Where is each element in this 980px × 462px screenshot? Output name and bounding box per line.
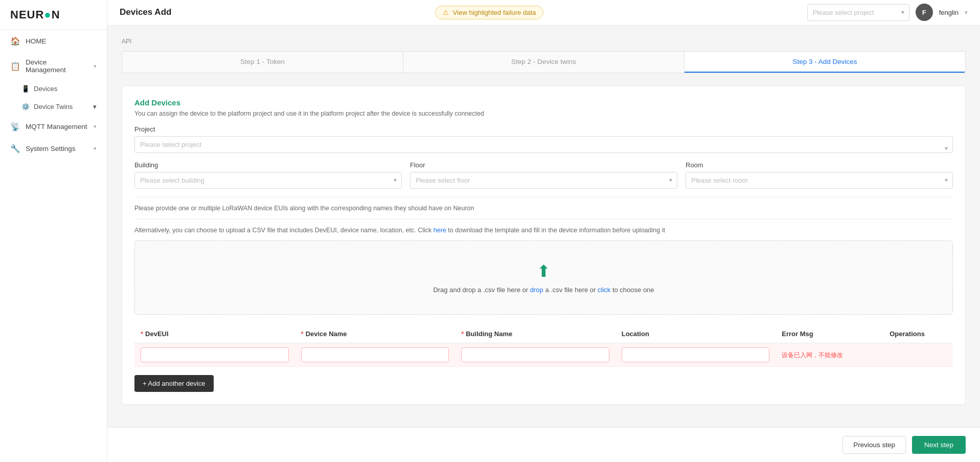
- building-name-input[interactable]: test building: [461, 347, 609, 362]
- room-field: Room Please select room: [686, 161, 953, 189]
- location-fields: Building Please select building Floor Pl…: [134, 161, 953, 189]
- building-label: Building: [134, 161, 402, 169]
- cell-dev-eui: test devEUI: [134, 343, 295, 367]
- cell-operations: [883, 343, 953, 367]
- upload-zone[interactable]: ⬆ Drag and drop a .csv file here or drop…: [134, 240, 953, 315]
- floor-label: Floor: [410, 161, 677, 169]
- col-error-msg: Error Msg: [776, 325, 883, 343]
- building-select[interactable]: Please select building: [134, 172, 402, 189]
- info-text-1: Please provide one or multiple LoRaWAN d…: [134, 204, 953, 213]
- csv-template-link[interactable]: here: [434, 227, 446, 234]
- floor-select-wrapper[interactable]: Please select floor: [410, 172, 677, 189]
- sidebar-item-device-twins-label: Device Twins: [34, 103, 73, 111]
- project-select[interactable]: Please select project: [807, 4, 909, 21]
- info-text-2-after: to download the template and fill in the…: [448, 227, 665, 234]
- sidebar-item-device-management[interactable]: 📋 Device Management ▾: [0, 52, 107, 80]
- avatar: F: [916, 4, 933, 21]
- mqtt-chevron-icon: ▾: [94, 123, 97, 130]
- upload-text-mid: a .csv file here or: [545, 286, 598, 294]
- step-tabs: Step 1 - Token Step 2 - Device twins Ste…: [122, 51, 966, 73]
- sidebar-item-devices-label: Devices: [34, 85, 57, 93]
- upload-icon: ⬆: [145, 261, 942, 281]
- room-select-wrapper[interactable]: Please select room: [686, 172, 953, 189]
- device-twins-chevron-icon: ▾: [93, 103, 97, 111]
- sidebar: NEUR●N 🏠 HOME 📋 Device Management ▾ 📱 De…: [0, 0, 107, 462]
- table-row: test devEUI device name1 test building l…: [134, 343, 953, 367]
- divider-1: [134, 197, 953, 197]
- sidebar-item-system-settings-label: System Settings: [26, 145, 76, 152]
- upload-click-link[interactable]: click: [598, 286, 610, 294]
- upload-text-before: Drag and drop a .csv file here or: [433, 286, 528, 294]
- device-name-input[interactable]: device name1: [301, 347, 449, 362]
- table-header-row: *DevEUI *Device Name *Building Name Loca…: [134, 325, 953, 343]
- cell-device-name: device name1: [295, 343, 455, 367]
- info-text-2: Alternatively, you can choose to upload …: [134, 226, 953, 235]
- location-input[interactable]: location: [622, 347, 770, 362]
- building-select-wrapper[interactable]: Please select building: [134, 172, 402, 189]
- topbar: Devices Add ⚠ View highlighted failure d…: [107, 0, 980, 26]
- device-twins-icon: ⚙️: [21, 103, 30, 111]
- divider-2: [134, 219, 953, 219]
- upload-text: Drag and drop a .csv file here or drop a…: [145, 286, 942, 294]
- project-selector-wrapper[interactable]: Please select project: [807, 4, 909, 21]
- required-star-2: *: [301, 330, 304, 338]
- user-name: fenglin: [939, 9, 959, 16]
- mqtt-icon: 📡: [10, 122, 20, 131]
- cell-error-msg: 设备已入网，不能修改: [776, 343, 883, 367]
- devices-icon: 📱: [21, 85, 30, 93]
- main-content: Devices Add ⚠ View highlighted failure d…: [107, 0, 980, 462]
- logo: NEUR●N: [0, 0, 107, 30]
- sidebar-item-device-management-label: Device Management: [26, 58, 88, 74]
- building-field: Building Please select building: [134, 161, 402, 189]
- dev-eui-input[interactable]: test devEUI: [141, 347, 289, 362]
- upload-text-after: to choose one: [612, 286, 654, 294]
- section-desc: You can assign the device to the platfor…: [134, 110, 953, 117]
- alert-text: View highlighted failure data: [453, 9, 536, 16]
- add-devices-card: Add Devices You can assign the device to…: [122, 85, 966, 405]
- sidebar-item-mqtt-label: MQTT Management: [26, 123, 87, 130]
- sidebar-item-device-twins[interactable]: ⚙️ Device Twins ▾: [0, 98, 107, 116]
- col-device-name: *Device Name: [295, 325, 455, 343]
- floor-select[interactable]: Please select floor: [410, 172, 677, 189]
- required-star-3: *: [461, 330, 464, 338]
- bottom-actions: Previous step Next step: [107, 427, 980, 462]
- room-select[interactable]: Please select room: [686, 172, 953, 189]
- topbar-right: Please select project F fenglin ▾: [807, 4, 968, 21]
- chevron-down-icon: ▾: [94, 63, 97, 70]
- add-device-button[interactable]: + Add another device: [134, 375, 214, 392]
- project-field-select[interactable]: Please select project: [134, 136, 953, 153]
- previous-step-button[interactable]: Previous step: [842, 436, 906, 454]
- project-field-label: Project: [134, 125, 953, 133]
- sidebar-item-mqtt[interactable]: 📡 MQTT Management ▾: [0, 116, 107, 138]
- settings-icon: 🔧: [10, 144, 20, 153]
- cell-location: location: [616, 343, 776, 367]
- tab-step1[interactable]: Step 1 - Token: [122, 52, 403, 73]
- user-chevron-icon: ▾: [965, 9, 968, 16]
- settings-chevron-icon: ▾: [94, 145, 97, 152]
- sidebar-item-devices[interactable]: 📱 Devices: [0, 80, 107, 98]
- error-message: 设备已入网，不能修改: [782, 351, 843, 359]
- sidebar-item-home-label: HOME: [26, 37, 47, 45]
- device-table: *DevEUI *Device Name *Building Name Loca…: [134, 325, 953, 367]
- project-field-wrapper[interactable]: Please select project: [134, 136, 953, 161]
- col-dev-eui: *DevEUI: [134, 325, 295, 343]
- required-star: *: [141, 330, 143, 338]
- section-title: Add Devices: [134, 98, 953, 107]
- tab-step3[interactable]: Step 3 - Add Devices: [685, 52, 965, 73]
- sidebar-item-home[interactable]: 🏠 HOME: [0, 30, 107, 52]
- tab-step1-label: Step 1 - Token: [240, 58, 285, 65]
- upload-drop-link[interactable]: drop: [530, 286, 543, 294]
- col-operations: Operations: [883, 325, 953, 343]
- tab-step2-label: Step 2 - Device twins: [511, 58, 576, 65]
- device-management-icon: 📋: [10, 61, 20, 71]
- content-area: API Step 1 - Token Step 2 - Device twins…: [107, 26, 980, 428]
- logo-text: NEUR●N: [10, 8, 60, 21]
- warning-icon: ⚠: [443, 9, 449, 16]
- api-label: API: [122, 38, 966, 45]
- next-step-button[interactable]: Next step: [912, 436, 966, 454]
- room-label: Room: [686, 161, 953, 169]
- alert-banner[interactable]: ⚠ View highlighted failure data: [435, 6, 543, 19]
- sidebar-item-system-settings[interactable]: 🔧 System Settings ▾: [0, 138, 107, 160]
- tab-step3-label: Step 3 - Add Devices: [792, 58, 857, 65]
- tab-step2[interactable]: Step 2 - Device twins: [403, 52, 685, 73]
